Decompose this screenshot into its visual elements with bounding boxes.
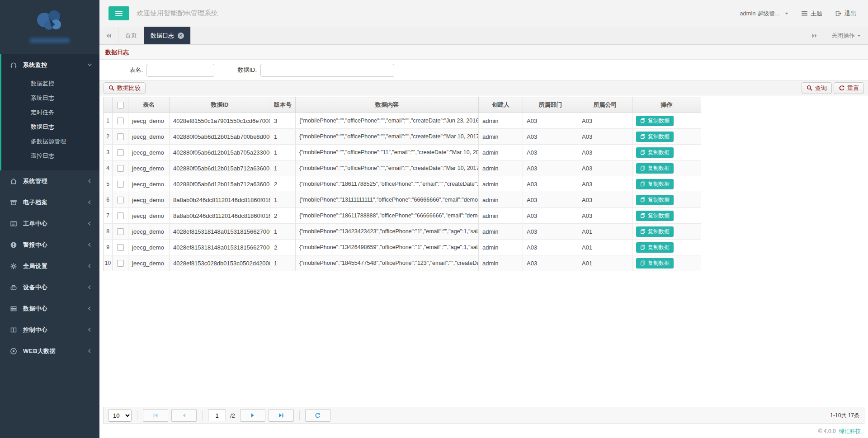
table-name-input[interactable] <box>146 64 214 77</box>
table-row: 1jeecg_demo4028ef81550c1a7901550c1cd6e70… <box>104 113 701 129</box>
topbar-right: admin 超级管... 主题 退出 <box>740 9 856 18</box>
logout-button[interactable]: 退出 <box>835 9 856 18</box>
data-id-input[interactable] <box>260 64 394 77</box>
sidebar-menu: 系统监控数据监控系统日志定时任务数据日志多数据源管理遥控日志系统管理电子档案工单… <box>0 54 99 362</box>
first-page-button[interactable] <box>143 409 168 422</box>
copy-data-button[interactable]: 复制数据 <box>636 147 674 158</box>
chevron-left-icon <box>87 221 92 226</box>
table-name-cell: jeecg_demo <box>128 145 170 160</box>
cloud-logo-icon <box>29 6 71 35</box>
sidebar-item-web-bigdata[interactable]: WEB大数据 <box>0 340 99 362</box>
sidebar-item-label: 工单中心 <box>23 220 47 228</box>
copy-icon <box>640 165 646 171</box>
copy-data-button[interactable]: 复制数据 <box>636 132 674 142</box>
page-size-select[interactable]: 10 <box>108 410 132 422</box>
sidebar-subitem-remote-control-log[interactable]: 遥控日志 <box>0 149 99 163</box>
sidebar-item-label: 系统管理 <box>23 177 47 185</box>
version-cell: 2 <box>270 208 296 224</box>
reset-button[interactable]: 重置 <box>834 82 864 94</box>
next-page-button[interactable] <box>240 409 265 422</box>
refresh-icon <box>315 413 321 419</box>
close-operations-menu[interactable]: 关闭操作 <box>824 27 868 44</box>
row-checkbox[interactable] <box>117 212 124 219</box>
tab-data-log[interactable]: 数据日志 ✕ <box>144 27 191 44</box>
copy-data-button[interactable]: 复制数据 <box>636 179 674 189</box>
row-number-cell: 9 <box>104 240 113 255</box>
copy-data-button[interactable]: 复制数据 <box>636 226 674 237</box>
row-checkbox[interactable] <box>117 181 124 188</box>
sidebar-subitem-multi-datasource[interactable]: 多数据源管理 <box>0 134 99 149</box>
divider <box>202 410 203 420</box>
table-name-cell: jeecg_demo <box>128 129 170 145</box>
refresh-button[interactable] <box>305 409 330 422</box>
row-checkbox[interactable] <box>117 260 124 267</box>
search-form: 表名: 数据ID: <box>99 60 868 80</box>
sidebar-item-work-order-center[interactable]: 工单中心 <box>0 213 99 234</box>
page-number-input[interactable] <box>208 410 226 421</box>
sidebar-item-global-settings[interactable]: 全局设置 <box>0 255 99 277</box>
row-checkbox-cell <box>113 176 128 192</box>
col-table-name: 表名 <box>128 97 170 113</box>
row-checkbox[interactable] <box>117 133 124 140</box>
col-department: 所属部门 <box>523 97 578 113</box>
select-all-checkbox[interactable] <box>117 102 124 108</box>
submenu-system-monitor: 数据监控系统日志定时任务数据日志多数据源管理遥控日志 <box>0 75 99 170</box>
sidebar-item-system-monitor[interactable]: 系统监控 <box>0 54 99 75</box>
user-menu[interactable]: admin 超级管... <box>740 9 788 18</box>
menu-toggle-button[interactable] <box>108 6 129 20</box>
row-checkbox[interactable] <box>117 197 124 203</box>
tab-scroll-left-icon[interactable] <box>99 27 118 44</box>
company-link[interactable]: 绿汇科技 <box>839 428 861 434</box>
sidebar-subitem-scheduled-task[interactable]: 定时任务 <box>0 105 99 120</box>
table-name-cell: jeecg_demo <box>128 208 170 224</box>
chevron-down-icon <box>87 62 92 67</box>
copy-data-button[interactable]: 复制数据 <box>636 195 674 205</box>
row-number-cell: 8 <box>104 224 113 240</box>
sidebar-subitem-system-log[interactable]: 系统日志 <box>0 91 99 105</box>
department-cell: A03 <box>523 192 578 208</box>
sidebar-subitem-data-monitor[interactable]: 数据监控 <box>0 76 99 91</box>
version-cell: 1 <box>270 255 296 271</box>
creator-cell: admin <box>479 240 523 255</box>
archive-icon <box>10 199 17 206</box>
sidebar-item-control-center[interactable]: 控制中心 <box>0 319 99 340</box>
version-cell: 2 <box>270 240 296 255</box>
columns-icon <box>10 326 17 334</box>
footer: © 4.0.0 绿汇科技 <box>99 425 868 438</box>
sidebar-subitem-data-log[interactable]: 数据日志 <box>0 120 99 134</box>
prev-page-button[interactable] <box>171 409 197 422</box>
search-button[interactable]: 查询 <box>802 82 832 94</box>
last-page-button[interactable] <box>269 409 294 422</box>
data-id-label: 数据ID: <box>231 66 257 74</box>
sidebar-item-e-archive[interactable]: 电子档案 <box>0 192 99 213</box>
content-cell: {"mobilePhone":"13111111111","officePhon… <box>296 192 479 208</box>
sidebar-item-data-center[interactable]: 数据中心 <box>0 298 99 319</box>
chevron-left-icon <box>87 264 92 268</box>
chevron-left-icon <box>87 179 92 184</box>
copy-data-button[interactable]: 复制数据 <box>636 116 674 126</box>
row-checkbox[interactable] <box>117 149 124 156</box>
row-checkbox[interactable] <box>117 228 124 235</box>
copy-data-button[interactable]: 复制数据 <box>636 242 674 253</box>
sidebar-item-system-manage[interactable]: 系统管理 <box>0 170 99 192</box>
tab-home[interactable]: 首页 <box>118 27 144 44</box>
sidebar-item-device-center[interactable]: 设备中心 <box>0 277 99 298</box>
copy-data-button[interactable]: 复制数据 <box>636 211 674 221</box>
refresh-icon <box>839 85 845 91</box>
sidebar-item-alarm-center[interactable]: 警报中心 <box>0 234 99 255</box>
tab-close-icon[interactable]: ✕ <box>178 33 184 39</box>
menu-block-e-archive: 电子档案 <box>0 192 99 213</box>
row-checkbox[interactable] <box>117 244 124 251</box>
copy-data-button[interactable]: 复制数据 <box>636 163 674 174</box>
creator-cell: admin <box>479 192 523 208</box>
tab-scroll-right-icon[interactable] <box>805 27 824 44</box>
copy-data-button[interactable]: 复制数据 <box>636 258 674 268</box>
data-compare-button[interactable]: 数据比较 <box>104 82 146 94</box>
table-row: 2jeecg_demo402880f05ab6d12b015ab700be8d0… <box>104 129 701 145</box>
table-name-cell: jeecg_demo <box>128 160 170 176</box>
row-checkbox[interactable] <box>117 165 124 172</box>
theme-button[interactable]: 主题 <box>801 9 822 18</box>
version-cell: 3 <box>270 113 296 129</box>
total-pages: /2 <box>230 412 235 419</box>
row-checkbox[interactable] <box>117 118 124 124</box>
